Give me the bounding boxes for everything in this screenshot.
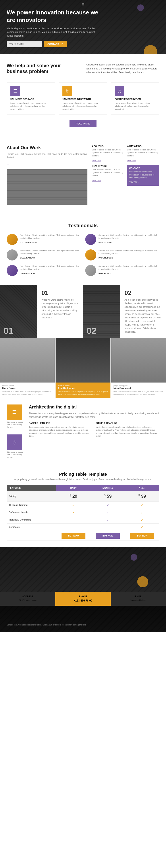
avatar-4 <box>7 265 18 276</box>
about-us-title: ABOUT US <box>92 145 124 148</box>
card-text-1: Lorem ipsum dolor sit amet, consectetur … <box>10 102 51 111</box>
feature-section: 01 01 While we were not the first home c… <box>0 285 166 338</box>
price-monthly: $ 59 <box>91 491 125 502</box>
team-photo-2 <box>111 338 166 382</box>
row-daily-4 <box>56 523 90 531</box>
col-features: FEATURES <box>7 485 56 491</box>
avatar-3 <box>85 249 96 260</box>
about-us-text: Click to select the text box. Click agai… <box>92 149 124 158</box>
email-input[interactable] <box>7 41 42 47</box>
about-section: About Our Work Sample text. Click to sel… <box>0 136 166 214</box>
table-row: Individual Consulting ✓ ✓ <box>7 516 159 523</box>
row-label-3: Individual Consulting <box>7 516 56 523</box>
what-we-do-text: Click to select the text box. Click agai… <box>127 149 159 158</box>
feature-desc-2: As a result of our philosophy to be the … <box>125 298 162 334</box>
testimonial-item-5: Sample text. Click to select the text bo… <box>85 265 159 276</box>
card-title-1: UNLIMITED STORAGE <box>10 98 51 100</box>
row-monthly-3: ✓ <box>91 516 125 523</box>
row-label-1: 10 Hours Training <box>7 501 56 509</box>
digital-col1-title: SAMPLE HEADLINE <box>29 422 92 425</box>
email-label: E-MAIL <box>115 595 162 598</box>
buy-monthly-button[interactable]: BUY NOW <box>96 533 120 539</box>
team-role-1: creative leader <box>58 385 108 387</box>
domain-icon: ◎ <box>115 86 124 96</box>
testimonial-name-1: NICK OLSSON <box>98 241 159 243</box>
email-value: business@info.co <box>115 599 162 601</box>
feature-image-1: 01 <box>0 285 37 338</box>
footer-accent-circle-2 <box>131 554 137 561</box>
digital-col1-text: Justo donec enim diam vulputate ut phare… <box>29 426 92 438</box>
testimonials-title: Testimonials <box>7 223 159 228</box>
accent-circle-2 <box>137 4 144 11</box>
phone-label: PHONE <box>60 595 106 598</box>
digital-icon-text-1: Click again or double click to start edi… <box>7 421 24 429</box>
digital-description: The result of our company branding proce… <box>29 412 159 419</box>
testimonial-item-4: Sample text. Click to select the text bo… <box>7 265 81 276</box>
business-section: We help and solve your business problem … <box>0 54 166 136</box>
digital-columns: SAMPLE HEADLINE Justo donec enim diam vu… <box>29 422 159 438</box>
testimonial-item-0: Sample text. Click to select the text bo… <box>7 234 81 245</box>
what-we-do-item: WHAT WE DO Click to select the text box.… <box>127 145 159 162</box>
address-block: ADDRESS 27-13 Lorem Haven <box>0 592 55 606</box>
price-year: $ 99 <box>125 491 159 502</box>
bandwidth-icon: ♾ <box>63 86 72 96</box>
testimonial-text-0: Sample text. Click to select the text bo… <box>20 234 81 240</box>
address-label: ADDRESS <box>4 595 51 598</box>
about-section-title: About Our Work <box>7 145 87 150</box>
row-year-3: ✓ <box>125 516 159 523</box>
hero-section: ☰ We power innovation because we are inn… <box>0 0 166 54</box>
row-monthly-4 <box>91 523 125 531</box>
how-it-work-title: HOW IT WORK <box>92 165 124 167</box>
card-text-3: Lorem ipsum dolor sit amet, consectetur … <box>115 102 156 111</box>
team-desc-2: Give amet illum lorem tristiqua atse at … <box>114 390 164 396</box>
digital-icons: ☰ Click again or double click to start e… <box>7 404 24 458</box>
about-us-view-more[interactable]: View More <box>92 159 101 162</box>
team-section: creative leader Mary Brown Give amet ill… <box>0 338 166 398</box>
row-monthly-2: ✓ <box>91 509 125 516</box>
footer-bottom-text: Sample text. Click to select the text bo… <box>7 623 159 627</box>
col-year: YEAR <box>125 485 159 491</box>
row-daily-3 <box>56 516 90 523</box>
testimonial-text-5: Sample text. Click to select the text bo… <box>98 265 159 271</box>
avatar-5 <box>85 265 96 276</box>
feature-text-2: 02 As a result of our philosophy to be t… <box>120 285 166 338</box>
what-we-do-view-more[interactable]: View More <box>127 159 136 162</box>
testimonial-item-2: Sample text. Click to select the text bo… <box>7 249 81 260</box>
digital-icon-2: ◎ <box>7 434 22 450</box>
price-label: Pricing <box>7 491 56 502</box>
contact-us-button[interactable]: CONTACT US <box>44 41 67 47</box>
testimonial-name-0: STELLA LARSON <box>20 241 81 243</box>
how-it-work-text: Click to select the text box. Click agai… <box>92 168 124 177</box>
phone-block: PHONE +123 456 78 90 <box>55 592 111 606</box>
hero-form: CONTACT US <box>7 41 99 47</box>
about-arrow-link[interactable]: → <box>7 162 10 166</box>
row-daily-2: ✓ <box>56 509 90 516</box>
team-photo-1 <box>55 338 110 382</box>
team-name-0: Mary Brown <box>2 387 52 390</box>
footer-bottom: Sample text. Click to select the text bo… <box>0 606 166 632</box>
testimonial-item-1: Sample text. Click to select the text bo… <box>85 234 159 245</box>
buy-empty <box>7 531 56 540</box>
table-row: Certificate ✓ <box>7 523 159 531</box>
how-it-work-view-more[interactable]: View More <box>92 180 101 182</box>
testimonial-text-2: Sample text. Click to select the text bo… <box>20 249 81 255</box>
buy-year-button[interactable]: BUY NOW <box>130 533 154 539</box>
card-unlimited-storage: ☰ UNLIMITED STORAGE Lorem ipsum dolor si… <box>7 82 55 115</box>
how-it-work-item: HOW IT WORK Click to select the text box… <box>92 165 124 186</box>
address-line: 27-13 Lorem Haven <box>4 599 51 601</box>
team-photo-0 <box>0 338 55 382</box>
read-more-button[interactable]: READ MORE <box>70 120 97 127</box>
hero-title: We power innovation because we are innov… <box>7 9 99 24</box>
contact-view-more[interactable]: View More <box>129 181 138 183</box>
buy-row: BUY NOW BUY NOW BUY NOW <box>7 531 159 540</box>
business-cards: ☰ UNLIMITED STORAGE Lorem ipsum dolor si… <box>7 82 159 115</box>
feature-image-2: 02 <box>83 285 120 338</box>
hamburger-menu[interactable]: ☰ <box>81 3 85 7</box>
contact-text: Click to select the text box. Click agai… <box>129 170 157 180</box>
team-label-2: programming guru Nina Groenfeld Give ame… <box>111 382 166 398</box>
buy-daily-button[interactable]: BUY NOW <box>61 533 85 539</box>
pricing-table: FEATURES DAILY MONTHLY YEAR Pricing $ 29… <box>7 485 159 541</box>
about-sample-text: Sample text. Click to select the text bo… <box>7 152 87 159</box>
card-title-3: DOMAIN REGISTRATION <box>115 98 156 100</box>
row-monthly-1: ✓ <box>91 501 125 509</box>
